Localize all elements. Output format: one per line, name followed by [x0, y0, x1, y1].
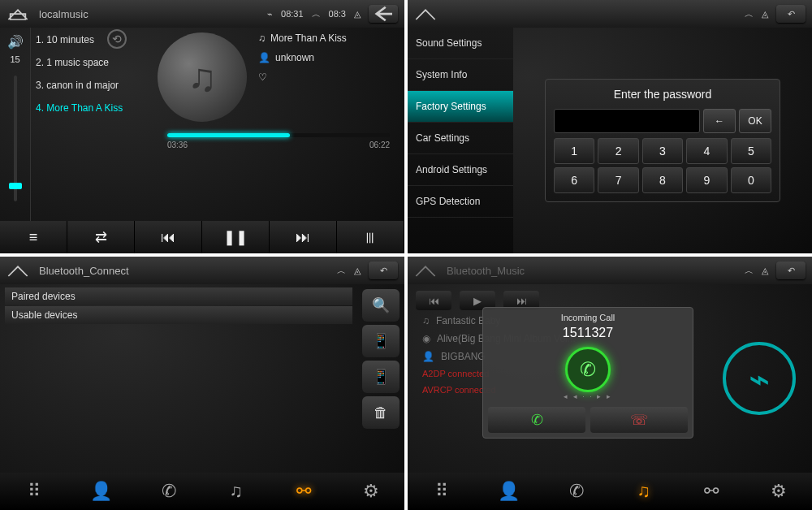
phone-button[interactable]: 📱: [362, 361, 400, 393]
bluetooth-icon: ⌁: [723, 342, 796, 415]
refresh-icon[interactable]: ⟲: [107, 29, 127, 49]
key-7[interactable]: 7: [598, 167, 638, 193]
back-button[interactable]: ↶: [776, 5, 806, 23]
side-actions: 🔍 📱 📱 🗑: [357, 284, 404, 473]
volume-icon[interactable]: 🔊: [7, 34, 24, 50]
prev-button[interactable]: ⏮: [416, 291, 451, 310]
home-icon[interactable]: [414, 6, 437, 22]
menu-item[interactable]: Factory Settings: [408, 91, 513, 123]
track-item[interactable]: 1. 10 minutes: [36, 34, 148, 45]
key-9[interactable]: 9: [686, 167, 727, 193]
music-icon: ♫: [422, 315, 430, 326]
back-button[interactable]: [369, 5, 398, 23]
call-number: 1511327: [488, 326, 688, 340]
track-item[interactable]: 2. 1 music space: [36, 57, 148, 68]
delete-button[interactable]: 🗑: [362, 396, 400, 429]
back-button[interactable]: ↶: [369, 261, 398, 279]
clock: 08:31: [281, 9, 304, 19]
home-icon[interactable]: [414, 262, 437, 279]
progress: 03:3606:22: [167, 133, 390, 149]
progress-slider[interactable]: [167, 133, 390, 137]
prev-button[interactable]: ⏮: [135, 221, 202, 253]
call-history-icon[interactable]: ✆: [135, 473, 202, 510]
android-icon[interactable]: ◬: [354, 266, 361, 276]
android-icon[interactable]: ◬: [762, 9, 768, 19]
key-5[interactable]: 5: [731, 138, 771, 164]
settings-icon[interactable]: ⚙: [337, 473, 404, 510]
key-2[interactable]: 2: [598, 138, 638, 164]
menu-item[interactable]: Android Settings: [408, 154, 513, 186]
chevron-up-icon[interactable]: ︿: [745, 265, 754, 277]
track-item[interactable]: 3. canon in d major: [36, 80, 148, 91]
song-title: More Than A Kiss: [270, 32, 347, 44]
link-icon[interactable]: ⚯: [677, 473, 745, 510]
swipe-hint: ◂ ◂ · · ▸ ▸: [488, 392, 688, 400]
chevron-up-icon[interactable]: ︿: [312, 8, 321, 20]
menu-item[interactable]: Sound Settings: [408, 28, 513, 59]
device-lists: Paired devices Usable devices: [0, 284, 357, 473]
heart-icon[interactable]: ♡: [258, 71, 267, 83]
password-input[interactable]: [554, 109, 700, 133]
call-history-icon[interactable]: ✆: [542, 473, 610, 510]
eq-button[interactable]: ⫼: [337, 221, 404, 253]
password-dialog: Enter the password ← OK 1 2 3 4 5 6 7 8 …: [545, 79, 780, 202]
music-icon[interactable]: ♫: [610, 473, 677, 510]
music-icon[interactable]: ♫: [202, 473, 270, 510]
backspace-button[interactable]: ←: [703, 109, 736, 133]
usable-devices-header: Usable devices: [5, 306, 352, 324]
track-list: 1. 10 minutes 2. 1 music space 3. canon …: [31, 28, 153, 221]
disc-icon: ◉: [422, 333, 430, 344]
volume-slider[interactable]: [14, 76, 17, 201]
person-icon: 👤: [258, 52, 270, 63]
android-icon[interactable]: ◬: [354, 9, 361, 19]
clock2: 08:3: [329, 9, 346, 19]
list-button[interactable]: ≡: [0, 221, 67, 253]
chevron-up-icon[interactable]: ︿: [337, 265, 346, 277]
decline-button[interactable]: ☏: [590, 407, 688, 433]
search-button[interactable]: 🔍: [362, 289, 400, 322]
contacts-icon[interactable]: 👤: [475, 473, 542, 510]
menu-item[interactable]: Car Settings: [408, 123, 513, 154]
repeat-button[interactable]: ⇄: [67, 221, 135, 253]
dialpad-icon[interactable]: ⠿: [408, 473, 475, 510]
key-4[interactable]: 4: [686, 138, 727, 164]
key-1[interactable]: 1: [554, 138, 594, 164]
key-6[interactable]: 6: [554, 167, 594, 193]
phone-signal-button[interactable]: 📱: [362, 325, 400, 357]
bluetooth-connect-panel: Bluetooth_Connect ︿◬↶ Paired devices Usa…: [0, 257, 404, 510]
settings-menu: Sound Settings System Info Factory Setti…: [408, 28, 513, 253]
dialpad-icon[interactable]: ⠿: [0, 473, 67, 510]
android-icon[interactable]: ◬: [762, 266, 768, 276]
menu-item[interactable]: System Info: [408, 59, 513, 91]
home-icon[interactable]: [6, 262, 29, 279]
answer-button[interactable]: ✆: [488, 407, 585, 433]
link-icon[interactable]: ⚯: [270, 473, 337, 510]
music-player-panel: localmusic ⌁ 08:31 ︿ 08:3 ◬ 🔊 15 1. 10 m…: [0, 0, 404, 253]
statusbar: ︿◬↶: [408, 0, 812, 28]
settings-icon[interactable]: ⚙: [745, 473, 812, 510]
time-total: 06:22: [369, 140, 390, 149]
bluetooth-icon: ⌁: [267, 9, 273, 19]
app-title: Bluetooth_Music: [440, 265, 741, 277]
key-0[interactable]: 0: [731, 167, 771, 193]
artist-name: unknown: [275, 52, 314, 63]
menu-item[interactable]: GPS Detection: [408, 186, 513, 218]
next-button[interactable]: ⏭: [270, 221, 337, 253]
key-8[interactable]: 8: [642, 167, 683, 193]
key-3[interactable]: 3: [642, 138, 683, 164]
back-button[interactable]: ↶: [776, 261, 806, 279]
music-icon: ♫: [258, 32, 266, 44]
call-ring-icon: ✆: [565, 347, 611, 392]
statusbar: Bluetooth_Music ︿◬↶: [408, 257, 812, 284]
statusbar: Bluetooth_Connect ︿◬↶: [0, 257, 404, 284]
contacts-icon[interactable]: 👤: [67, 473, 135, 510]
time-elapsed: 03:36: [167, 140, 188, 149]
home-icon[interactable]: [6, 6, 29, 22]
ok-button[interactable]: OK: [739, 109, 771, 133]
person-icon: 👤: [422, 351, 434, 362]
chevron-up-icon[interactable]: ︿: [745, 8, 754, 20]
pause-button[interactable]: ❚❚: [202, 221, 270, 253]
track-item[interactable]: 4. More Than A Kiss: [36, 102, 148, 114]
artist: BIGBANG: [441, 351, 486, 362]
dialog-title: Enter the password: [554, 88, 771, 101]
